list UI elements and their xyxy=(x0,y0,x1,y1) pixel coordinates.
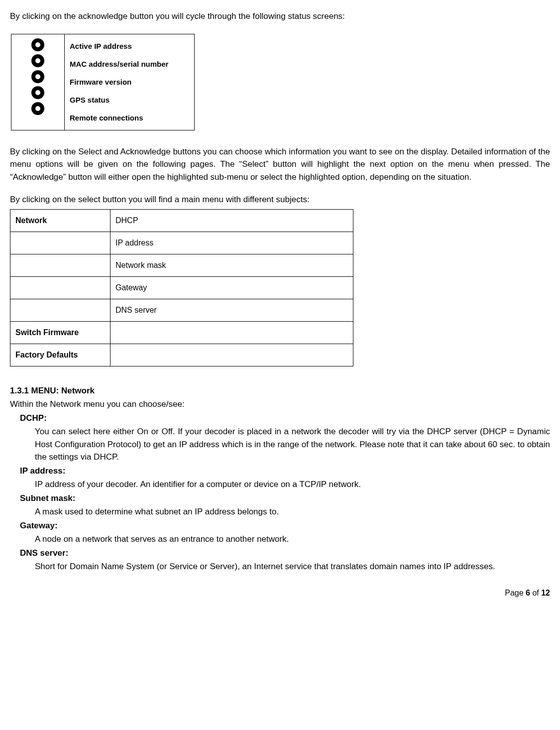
def-label-subnet: Subnet mask: xyxy=(20,492,550,505)
status-item: Firmware version xyxy=(70,73,189,91)
dot-icon xyxy=(31,54,44,67)
status-item: MAC address/serial number xyxy=(70,55,189,73)
menu-cell xyxy=(111,344,353,366)
dot-icon xyxy=(31,38,44,51)
dot-icon xyxy=(31,86,44,99)
menu-cell xyxy=(111,321,353,344)
status-item: GPS status xyxy=(70,91,189,109)
dot-icon xyxy=(31,102,44,115)
intro-paragraph-2: By clicking on the Select and Acknowledg… xyxy=(10,145,550,184)
menu-cell xyxy=(10,232,111,254)
def-text-dhcp: You can select here either On or Off. If… xyxy=(35,425,550,464)
status-screens-table: Active IP address MAC address/serial num… xyxy=(11,34,195,130)
intro-paragraph-3: By clicking on the select button you wil… xyxy=(10,193,550,206)
menu-cell: Network xyxy=(10,209,111,232)
menu-cell: IP address xyxy=(111,232,353,254)
status-icon-cell xyxy=(11,34,65,130)
page-total: 12 xyxy=(541,589,550,597)
page-current: 6 xyxy=(526,589,530,597)
section-intro: Within the Network menu you can choose/s… xyxy=(10,398,550,411)
menu-cell: Gateway xyxy=(111,276,353,299)
menu-cell xyxy=(10,299,111,321)
def-label-ip: IP address: xyxy=(20,465,550,478)
def-label-dns: DNS server: xyxy=(20,547,550,560)
status-item: Active IP address xyxy=(70,37,189,55)
def-text-ip: IP address of your decoder. An identifie… xyxy=(35,478,550,491)
def-label-gateway: Gateway: xyxy=(20,519,550,532)
page-footer: Page 6 of 12 xyxy=(10,587,550,599)
def-text-subnet: A mask used to determine what subnet an … xyxy=(35,505,550,518)
def-text-dns: Short for Domain Name System (or Service… xyxy=(35,560,550,573)
main-menu-table: NetworkDHCP IP address Network mask Gate… xyxy=(10,209,353,366)
menu-cell: Switch Firmware xyxy=(10,321,111,344)
menu-cell xyxy=(10,254,111,276)
intro-paragraph-1: By clicking on the acknowledge button yo… xyxy=(10,10,550,23)
dot-icon xyxy=(31,70,44,83)
menu-cell xyxy=(10,276,111,299)
page-mid: of xyxy=(530,589,541,597)
menu-cell: Factory Defaults xyxy=(10,344,111,366)
def-label-dhcp: DCHP: xyxy=(20,412,550,425)
dot-stack xyxy=(15,37,60,115)
menu-cell: DHCP xyxy=(111,209,353,232)
section-heading: 1.3.1 MENU: Network xyxy=(10,384,550,397)
page-pre: Page xyxy=(505,589,526,597)
menu-cell: DNS server xyxy=(111,299,353,321)
status-items-cell: Active IP address MAC address/serial num… xyxy=(65,34,195,130)
def-text-gateway: A node on a network that serves as an en… xyxy=(35,533,550,546)
status-item: Remote connections xyxy=(70,109,189,127)
menu-cell: Network mask xyxy=(111,254,353,276)
